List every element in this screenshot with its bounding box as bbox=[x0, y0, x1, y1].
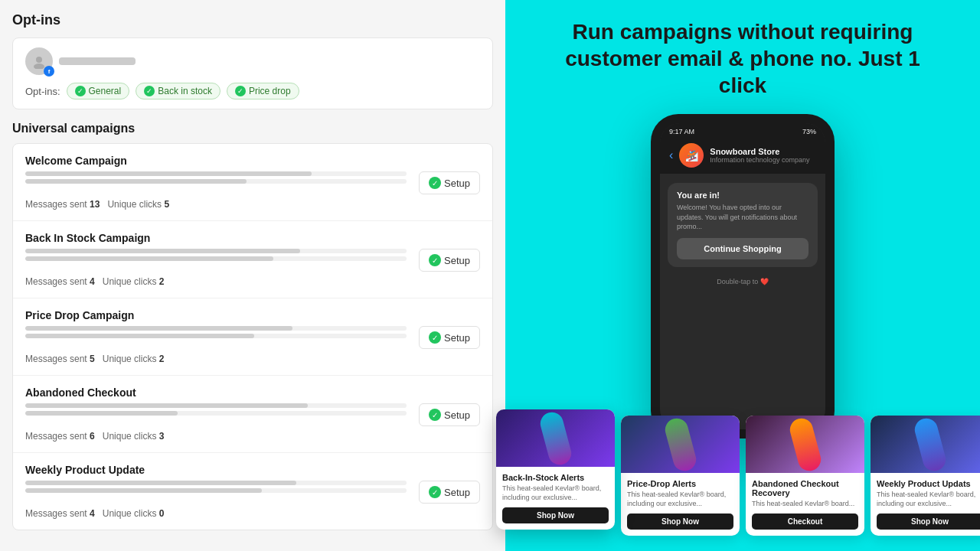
camp-card-img bbox=[871, 416, 980, 473]
camp-card-body: Price-Drop Alerts This heat-sealed Kevla… bbox=[621, 473, 740, 535]
back-icon[interactable]: ‹ bbox=[669, 148, 673, 162]
progress-bar-track bbox=[25, 403, 407, 408]
camp-card-title: Abandoned Checkout Recovery bbox=[752, 479, 858, 497]
camp-card-btn-checkout[interactable]: Checkout bbox=[752, 514, 858, 530]
campaign-row-body: ✓ Setup bbox=[25, 171, 480, 194]
check-icon: ✓ bbox=[429, 486, 441, 498]
store-name: Snowboard Store bbox=[710, 147, 809, 156]
campaign-name: Welcome Campaign bbox=[25, 155, 480, 167]
progress-bar-track-2 bbox=[25, 488, 407, 493]
campaign-item-weekly-product: Weekly Product Update ✓ Setup Messages s… bbox=[13, 453, 492, 530]
progress-bar-fill-2 bbox=[25, 179, 247, 184]
check-icon: ✓ bbox=[429, 331, 441, 344]
campaign-stats: Messages sent 4 Unique clicks 2 bbox=[25, 276, 480, 287]
camp-card-desc: This heat-sealed Kevlar® board, includin… bbox=[877, 491, 980, 508]
camp-card-body: Weekly Product Updats This heat-sealed K… bbox=[871, 473, 980, 535]
facebook-badge: f bbox=[44, 66, 54, 77]
camp-card-title: Weekly Product Updats bbox=[877, 479, 980, 488]
progress-bar-fill-2 bbox=[25, 411, 178, 416]
progress-bar-fill bbox=[25, 249, 300, 253]
optins-row: Opt-ins: ✓ General ✓ Back in stock ✓ Pri… bbox=[25, 83, 480, 99]
progress-bar-track-2 bbox=[25, 256, 407, 261]
progress-bars bbox=[25, 171, 407, 187]
progress-bar-track bbox=[25, 481, 407, 485]
snowboard-visual bbox=[912, 416, 948, 473]
setup-button-abandoned-checkout[interactable]: ✓ Setup bbox=[419, 403, 480, 426]
optin-badge-price-drop[interactable]: ✓ Price drop bbox=[227, 83, 299, 99]
check-icon: ✓ bbox=[429, 254, 441, 266]
check-icon: ✓ bbox=[235, 86, 246, 96]
setup-button-price-drop[interactable]: ✓ Setup bbox=[419, 326, 480, 349]
progress-bars bbox=[25, 481, 407, 496]
campaign-card-back-in-stock: Back-In-Stock Alerts This heat-sealed Ke… bbox=[496, 409, 615, 530]
optins-profile: f bbox=[25, 47, 480, 75]
progress-bar-fill bbox=[25, 171, 312, 176]
campaign-name: Abandoned Checkout bbox=[25, 386, 480, 399]
right-panel: Run campaigns without requiring customer… bbox=[505, 0, 980, 551]
optin-badge-general[interactable]: ✓ General bbox=[67, 83, 130, 99]
campaign-item-back-in-stock: Back In Stock Campaign ✓ Setup Messages … bbox=[13, 221, 492, 298]
campaign-name: Price Drop Campaign bbox=[25, 309, 480, 321]
avatar: f bbox=[25, 47, 53, 75]
campaign-name: Weekly Product Update bbox=[25, 464, 480, 476]
check-icon: ✓ bbox=[75, 86, 86, 96]
message-bubble: You are in! Welcome! You have opted into… bbox=[668, 183, 818, 267]
optin-badge-back-in-stock[interactable]: ✓ Back in stock bbox=[136, 83, 220, 99]
camp-card-title: Back-In-Stock Alerts bbox=[502, 473, 609, 482]
campaign-name: Back In Stock Campaign bbox=[25, 232, 480, 244]
campaigns-card: Welcome Campaign ✓ Setup Messages sent 1… bbox=[12, 143, 493, 530]
camp-card-body: Back-In-Stock Alerts This heat-sealed Ke… bbox=[496, 467, 615, 529]
setup-button-welcome[interactable]: ✓ Setup bbox=[419, 171, 480, 194]
camp-card-btn-weekly[interactable]: Shop Now bbox=[877, 514, 980, 530]
progress-bar-track-2 bbox=[25, 179, 407, 184]
message-title: You are in! bbox=[677, 191, 808, 200]
campaign-card-weekly-product: Weekly Product Updats This heat-sealed K… bbox=[871, 416, 980, 536]
camp-card-btn-back-in-stock[interactable]: Shop Now bbox=[502, 507, 609, 523]
camp-card-img bbox=[746, 416, 864, 473]
progress-bars bbox=[25, 326, 407, 341]
campaign-stats: Messages sent 5 Unique clicks 2 bbox=[25, 354, 480, 364]
camp-card-btn-price-drop[interactable]: Shop Now bbox=[627, 514, 733, 530]
section-title-universal-campaigns: Universal campaigns bbox=[12, 122, 493, 135]
check-icon: ✓ bbox=[429, 177, 441, 189]
campaign-cards-row: Back-In-Stock Alerts This heat-sealed Ke… bbox=[496, 416, 980, 536]
campaign-stats: Messages sent 4 Unique clicks 0 bbox=[25, 508, 480, 519]
progress-bar-fill-2 bbox=[25, 488, 262, 493]
camp-card-img bbox=[496, 409, 615, 467]
progress-bar-track bbox=[25, 171, 407, 176]
phone-screen: 9:17 AM 73% ‹ 🏂 Snowboard Store Informat… bbox=[660, 123, 825, 429]
phone-mockup: 9:17 AM 73% ‹ 🏂 Snowboard Store Informat… bbox=[651, 114, 835, 439]
messenger-header: ‹ 🏂 Snowboard Store Information technolo… bbox=[660, 137, 825, 174]
campaign-card-price-drop: Price-Drop Alerts This heat-sealed Kevla… bbox=[621, 416, 740, 536]
continue-shopping-button[interactable]: Continue Shopping bbox=[677, 238, 808, 259]
campaign-row-body: ✓ Setup bbox=[25, 481, 480, 504]
messenger-body: You are in! Welcome! You have opted into… bbox=[660, 174, 825, 299]
message-text: Welcome! You have opted into our updates… bbox=[677, 203, 808, 232]
snowboard-visual bbox=[787, 416, 823, 473]
check-icon: ✓ bbox=[144, 86, 155, 96]
progress-bar-track bbox=[25, 249, 407, 253]
phone-status-bar: 9:17 AM 73% bbox=[660, 123, 825, 137]
optins-label: Opt-ins: bbox=[25, 86, 60, 97]
camp-card-body: Abandoned Checkout Recovery This heat-se… bbox=[746, 473, 864, 536]
phone-battery: 73% bbox=[802, 128, 816, 135]
right-headline: Run campaigns without requiring customer… bbox=[544, 18, 942, 99]
svg-point-0 bbox=[36, 57, 42, 63]
camp-card-desc: This heat-sealed Kevlar® board, includin… bbox=[502, 484, 609, 502]
campaign-item-price-drop: Price Drop Campaign ✓ Setup Messages sen… bbox=[13, 298, 492, 376]
progress-bar-track bbox=[25, 326, 407, 331]
setup-button-weekly-product[interactable]: ✓ Setup bbox=[419, 481, 480, 504]
progress-bar-fill bbox=[25, 326, 292, 331]
left-panel: Opt-ins f Opt-ins: ✓ General ✓ Back in s… bbox=[0, 0, 505, 551]
profile-name-bar bbox=[59, 57, 136, 65]
progress-bar-track-2 bbox=[25, 411, 407, 416]
store-type: Information technology company bbox=[710, 156, 809, 164]
campaign-stats: Messages sent 13 Unique clicks 5 bbox=[25, 199, 480, 210]
campaign-row-body: ✓ Setup bbox=[25, 326, 480, 349]
campaign-row-body: ✓ Setup bbox=[25, 403, 480, 426]
progress-bar-fill bbox=[25, 481, 296, 485]
progress-bar-fill-2 bbox=[25, 256, 273, 261]
setup-button-back-in-stock[interactable]: ✓ Setup bbox=[419, 249, 480, 272]
camp-card-title: Price-Drop Alerts bbox=[627, 479, 733, 488]
campaign-item-abandoned-checkout: Abandoned Checkout ✓ Setup Messages sent… bbox=[13, 376, 492, 453]
